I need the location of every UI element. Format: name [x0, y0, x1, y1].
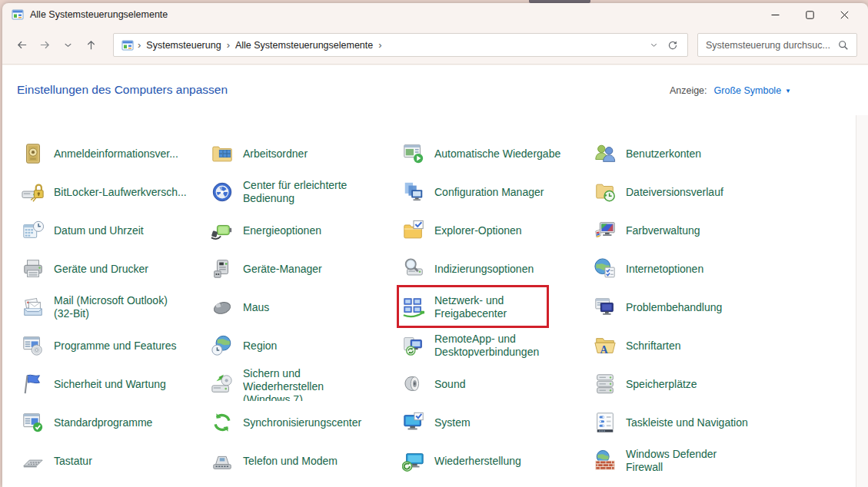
maximize-button[interactable]	[793, 3, 827, 26]
control-panel-item[interactable]: ASchriftarten	[594, 326, 778, 365]
control-panel-item[interactable]: Benutzerkonten	[594, 134, 778, 173]
item-label: Problembehandlung	[626, 301, 768, 314]
address-dropdown-chevron-icon[interactable]	[644, 34, 663, 57]
item-label: Center für erleichterte Bedienung	[243, 179, 385, 205]
control-panel-item[interactable]: BitLocker-Laufwerkversch...	[22, 173, 206, 211]
configuration-manager-icon	[402, 181, 425, 204]
control-panel-item[interactable]: Center für erleichterte Bedienung	[211, 173, 395, 211]
control-panel-item[interactable]: Sound	[402, 365, 587, 403]
control-panel-item[interactable]: Problembehandlung	[594, 288, 778, 326]
control-panel-item[interactable]: Energieoptionen	[211, 211, 395, 250]
control-panel-item[interactable]: Mail (Microsoft Outlook) (32-Bit)	[22, 288, 206, 326]
breadcrumb-separator: ›	[376, 39, 384, 51]
troubleshooting-icon	[594, 296, 617, 319]
item-label: Dateiversionsverlauf	[626, 186, 768, 199]
storage-spaces-icon	[594, 373, 617, 396]
internet-options-icon	[594, 257, 617, 280]
search-input[interactable]	[706, 40, 838, 51]
control-panel-item[interactable]: Windows Defender Firewall	[594, 442, 778, 480]
user-accounts-icon	[594, 142, 617, 165]
mail-icon	[22, 296, 45, 319]
address-bar[interactable]: › Systemsteuerung › Alle Systemsteuerung…	[113, 33, 688, 57]
item-label: Anmeldeinformationsver...	[54, 147, 196, 161]
bitlocker-icon	[22, 181, 45, 204]
item-label: Energieoptionen	[243, 224, 385, 237]
item-label: RemoteApp- und Desktopverbindungen	[434, 333, 577, 359]
search-box[interactable]	[697, 33, 857, 57]
security-maintenance-icon	[22, 373, 45, 396]
item-label: Maus	[243, 301, 385, 314]
control-panel-item[interactable]: Telefon und Modem	[211, 442, 395, 480]
date-time-icon	[22, 219, 45, 242]
view-label: Anzeige:	[670, 85, 707, 96]
network-sharing-center-icon	[402, 296, 425, 319]
breadcrumb-separator: ›	[224, 39, 232, 51]
control-panel-item[interactable]: Indizierungsoptionen	[402, 250, 587, 288]
item-label: Arbeitsordner	[243, 147, 385, 161]
control-panel-item[interactable]: Farbverwaltung	[594, 211, 778, 250]
item-label: Synchronisierungscenter	[243, 416, 385, 429]
view-dropdown-arrow-icon[interactable]: ▼	[785, 88, 791, 94]
item-label: Taskleiste und Navigation	[626, 416, 768, 429]
control-panel-item[interactable]: Sicherheit und Wartung	[22, 365, 206, 403]
search-icon	[838, 40, 849, 51]
fonts-icon: A	[594, 334, 617, 357]
keyboard-icon	[22, 449, 45, 472]
control-panel-item[interactable]: Explorer-Optionen	[402, 211, 587, 250]
control-panel-item[interactable]: Sichern und Wiederherstellen (Windows 7)	[211, 365, 395, 403]
control-panel-item[interactable]: Internetoptionen	[594, 250, 778, 288]
control-panel-item[interactable]: Arbeitsordner	[211, 134, 395, 173]
control-panel-item[interactable]: Automatische Wiedergabe	[402, 134, 587, 173]
control-panel-item[interactable]: Maus	[211, 288, 395, 326]
control-panel-item[interactable]: RemoteApp- und Desktopverbindungen	[402, 326, 587, 365]
page-title: Einstellungen des Computers anpassen	[17, 83, 228, 97]
breadcrumb-systemsteuerung[interactable]: Systemsteuerung	[143, 40, 224, 51]
control-panel-item[interactable]: Wiederherstellung	[402, 442, 587, 480]
item-label: Configuration Manager	[434, 186, 577, 199]
back-button[interactable]	[10, 34, 33, 57]
system-icon	[402, 411, 425, 434]
recovery-icon	[402, 449, 425, 472]
control-panel-item[interactable]: Taskleiste und Navigation	[594, 403, 778, 442]
control-panel-item[interactable]: Geräte-Manager	[211, 250, 395, 288]
breadcrumb-control-panel-icon	[121, 39, 134, 51]
item-label: Telefon und Modem	[243, 455, 385, 468]
minimize-button[interactable]	[758, 3, 793, 26]
control-panel-item[interactable]: Configuration Manager	[402, 173, 587, 211]
refresh-icon[interactable]	[663, 34, 683, 57]
item-label: Benutzerkonten	[626, 147, 768, 161]
control-panel-item[interactable]: Datum und Uhrzeit	[22, 211, 206, 250]
vertical-scrollbar[interactable]	[856, 115, 868, 487]
device-manager-icon	[211, 257, 234, 280]
power-options-icon	[211, 219, 234, 242]
view-mode-link[interactable]: Große Symbole	[714, 85, 782, 96]
up-button[interactable]	[79, 34, 102, 57]
sync-center-icon	[211, 411, 234, 434]
item-label: Geräte-Manager	[243, 263, 385, 276]
close-button[interactable]	[827, 3, 862, 26]
control-panel-item[interactable]: System	[402, 403, 587, 442]
control-panel-item[interactable]: Standardprogramme	[22, 403, 206, 442]
item-label: Programme und Features	[54, 340, 196, 353]
item-label: Explorer-Optionen	[434, 224, 577, 237]
control-panel-item[interactable]: Programme und Features	[22, 326, 206, 365]
control-panel-item[interactable]: Netzwerk- und Freigabecenter	[402, 288, 587, 326]
breadcrumb-alle-systemsteuerungselemente[interactable]: Alle Systemsteuerungselemente	[232, 40, 376, 51]
control-panel-item[interactable]: Region	[211, 326, 395, 365]
item-label: Wiederherstellung	[434, 455, 577, 468]
control-panel-item[interactable]: Synchronisierungscenter	[211, 403, 395, 442]
item-label: Sichern und Wiederherstellen (Windows 7)	[243, 367, 385, 401]
remoteapp-icon	[402, 334, 425, 357]
control-panel-item[interactable]: Geräte und Drucker	[22, 250, 206, 288]
navigation-toolbar: › Systemsteuerung › Alle Systemsteuerung…	[2, 26, 868, 65]
control-panel-item[interactable]: Speicherplätze	[594, 365, 778, 403]
control-panel-item[interactable]: Dateiversionsverlauf	[594, 173, 778, 211]
item-label: Indizierungsoptionen	[434, 263, 577, 276]
default-programs-icon	[22, 411, 45, 434]
control-panel-item[interactable]: Anmeldeinformationsver...	[22, 134, 206, 173]
control-panel-item[interactable]: Tastatur	[22, 442, 206, 480]
sound-icon	[402, 373, 425, 396]
recent-pages-chevron-icon[interactable]	[56, 34, 79, 57]
forward-button[interactable]	[33, 34, 56, 57]
item-label: Mail (Microsoft Outlook) (32-Bit)	[54, 294, 196, 320]
